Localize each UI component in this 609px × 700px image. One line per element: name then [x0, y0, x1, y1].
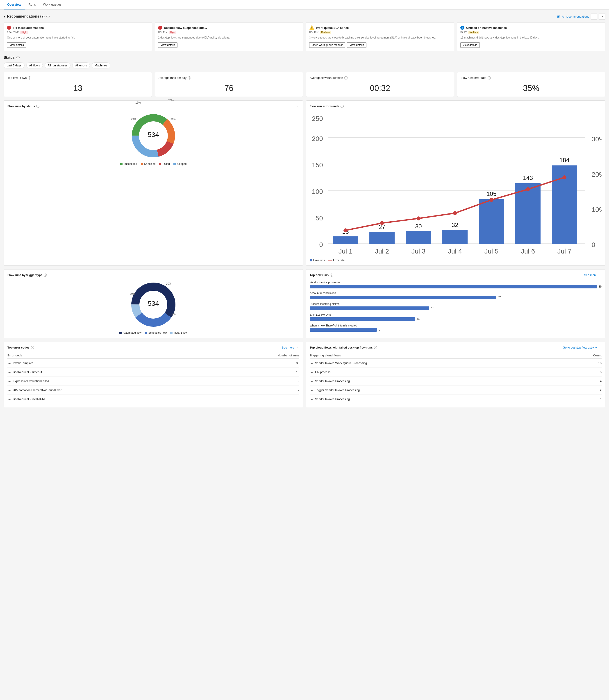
trigger-type-more-icon[interactable]: ···: [296, 273, 299, 277]
flow-run-label-1: Account reconciliation: [310, 292, 602, 295]
metric-more-icon-3[interactable]: ···: [599, 76, 602, 80]
flow-run-item-3: SAP 113 PM sync 14: [310, 313, 602, 321]
svg-point-47: [526, 187, 530, 191]
error-code-runs-4: 5: [298, 397, 299, 401]
metric-more-icon-2[interactable]: ···: [448, 76, 450, 80]
rec-more-icon-1[interactable]: ···: [145, 26, 149, 30]
metric-more-icon-0[interactable]: ···: [145, 76, 148, 80]
tab-runs[interactable]: Runs: [25, 0, 39, 10]
legend-canceled: Canceled: [144, 162, 156, 165]
tab-work-queues[interactable]: Work queues: [39, 0, 65, 10]
top-flow-runs-see-more[interactable]: See more: [584, 273, 597, 277]
flow-run-item-0: Vendor invoice processing 39: [310, 281, 602, 288]
status-info-icon: i: [16, 56, 20, 59]
metric-value-3: 35%: [461, 84, 602, 93]
all-recommendations-label[interactable]: All recommendations: [562, 15, 589, 18]
tab-overview[interactable]: Overview: [4, 0, 25, 10]
cloud-flow-row-1: ☁ HR process 5: [310, 368, 602, 377]
error-code-name-3: UIAutomation.ElementNotFoundError: [13, 388, 62, 392]
cloud-flow-icon-0: ☁: [310, 361, 313, 365]
cloud-flows-title: Top cloud flows with failed desktop flow…: [310, 346, 373, 349]
svg-text:200: 200: [312, 135, 323, 142]
error-codes-col1-header: Error code: [7, 354, 22, 357]
cloud-flows-more-icon[interactable]: ···: [599, 346, 602, 350]
rec-title-3: Work queue SLA at risk: [316, 26, 349, 30]
prev-recommendation-button[interactable]: ‹: [591, 13, 597, 20]
go-to-desktop-flow-activity-link[interactable]: Go to desktop flow activity: [563, 346, 597, 349]
svg-text:Jul 5: Jul 5: [485, 247, 499, 255]
svg-text:Jul 6: Jul 6: [521, 247, 535, 255]
rec-action-btn-2[interactable]: View details: [158, 42, 177, 48]
top-flow-runs-more-icon[interactable]: ···: [599, 273, 602, 277]
rec-more-icon-4[interactable]: ···: [599, 26, 602, 30]
filter-all-flows[interactable]: All flows: [27, 63, 43, 68]
cloud-flow-icon-4: ☁: [310, 397, 313, 401]
cloud-flows-info-icon: i: [374, 346, 377, 349]
filter-all-errors[interactable]: All errors: [72, 63, 90, 68]
cloud-flow-icon-3: ☁: [310, 388, 313, 392]
flow-run-label-4: When a new SharePoint item is created: [310, 324, 602, 327]
recommendations-grid: ! Fix failed automations ··· REAL TIME H…: [4, 22, 605, 51]
top-flow-runs-title: Top flow runs: [310, 273, 329, 277]
rec-view-details-btn-3[interactable]: View details: [347, 42, 366, 48]
svg-text:Jul 7: Jul 7: [557, 247, 571, 255]
trigger-type-legend: Automated flow Scheduled flow Instant fl…: [119, 331, 187, 334]
metric-more-icon-1[interactable]: ···: [296, 76, 299, 80]
error-code-runs-2: 9: [298, 379, 299, 383]
rec-error-icon-1: !: [7, 26, 11, 30]
flow-runs-trigger-card: Flow runs by trigger type i ··· 534: [4, 269, 303, 338]
svg-text:Jul 4: Jul 4: [448, 247, 462, 255]
rec-badge-label-1: REAL TIME: [7, 31, 19, 34]
filter-machines[interactable]: Machines: [92, 63, 110, 68]
flow-run-value-4: 9: [379, 328, 380, 331]
nav-tabs: Overview Runs Work queues: [0, 0, 609, 10]
rec-more-icon-3[interactable]: ···: [448, 26, 451, 30]
cloud-flow-icon-1: ☁: [310, 370, 313, 374]
filter-last-7-days[interactable]: Last 7 days: [4, 63, 24, 68]
charts-row-1: Flow runs by status i ···: [4, 101, 605, 266]
rec-action-btn-4[interactable]: View details: [460, 42, 480, 48]
rec-info-icon-4: i: [460, 26, 465, 30]
legend-scheduled-flow: Scheduled flow: [149, 331, 167, 334]
rec-card-work-queue: ⚠️ Work queue SLA at risk ··· HOURLY Med…: [306, 22, 454, 51]
error-trends-more-icon[interactable]: ···: [599, 104, 602, 108]
rec-more-icon-2[interactable]: ···: [296, 26, 300, 30]
trigger-type-title: Flow runs by trigger type: [7, 273, 42, 277]
svg-rect-29: [479, 199, 504, 244]
chevron-down-icon[interactable]: ▾: [4, 15, 5, 18]
next-recommendation-button[interactable]: ›: [599, 13, 605, 20]
error-code-row-1: ☁ BadRequest - Timeout 13: [7, 368, 299, 377]
cloud-flow-name-2: Vendor Invoice Processing: [315, 379, 350, 383]
error-codes-see-more[interactable]: See more: [282, 346, 294, 349]
legend-flow-runs: Flow runs: [313, 259, 325, 262]
top-flow-runs-card: Top flow runs i See more ··· Vendor invo…: [306, 269, 605, 338]
svg-text:0: 0: [319, 241, 323, 248]
metric-value-0: 13: [7, 84, 148, 93]
svg-rect-21: [333, 236, 358, 243]
filter-all-run-statuses[interactable]: All run statuses: [45, 63, 70, 68]
flow-run-value-2: 16: [431, 307, 434, 310]
metric-label-0: Top-level flows: [7, 76, 27, 80]
flow-runs-by-status-card: Flow runs by status i ···: [4, 101, 303, 266]
flow-run-item-4: When a new SharePoint item is created 9: [310, 324, 602, 332]
bottom-row: Top error codes i See more ··· Error cod…: [4, 342, 605, 407]
error-codes-info-icon: i: [31, 346, 34, 349]
rec-card-desktop-flow: ! Desktop flow suspended due... ··· HOUR…: [155, 22, 303, 51]
cloud-flow-count-3: 2: [600, 388, 602, 392]
cloud-flow-row-4: ☁ Vendor Invoice Processing 1: [310, 395, 602, 403]
error-codes-more-icon[interactable]: ···: [296, 346, 299, 350]
legend-skipped: Skipped: [177, 162, 187, 165]
rec-action-btn-1[interactable]: View details: [7, 42, 27, 48]
flow-status-more-icon[interactable]: ···: [296, 104, 299, 108]
error-trends-chart: 0 50 100 150 200 250 0 10% 20% 30%: [310, 111, 602, 257]
legend-instant-flow: Instant flow: [174, 331, 187, 334]
svg-text:Jul 3: Jul 3: [412, 247, 425, 255]
cloud-flow-name-1: HR process: [315, 370, 330, 374]
recommendations-header: ▾ Recommendations (7) i ▣ All recommenda…: [4, 13, 605, 20]
top-flow-runs-info-icon: i: [330, 274, 333, 277]
error-trends-info-icon: i: [341, 105, 344, 108]
recommendations-title: Recommendations (7): [7, 14, 45, 18]
error-cloud-icon-1: ☁: [7, 370, 11, 374]
open-work-queue-monitor-button[interactable]: Open work queue monitor: [309, 42, 345, 48]
metric-card-error-rate: Flow runs error rate i ··· 35%: [457, 72, 605, 97]
